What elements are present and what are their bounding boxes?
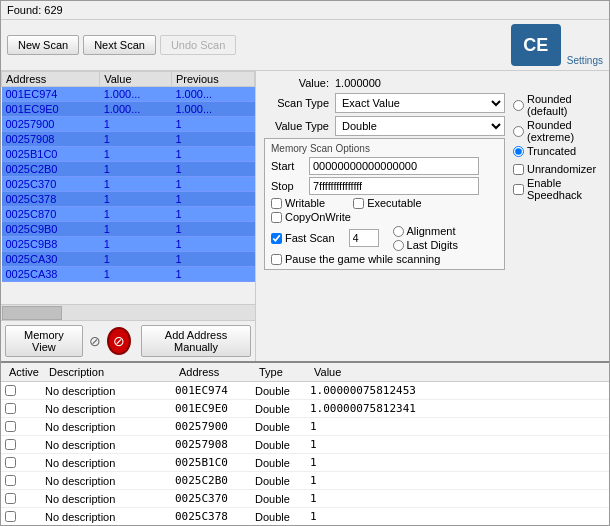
copyonwrite-label: CopyOnWrite bbox=[285, 211, 351, 223]
row-active-checkbox[interactable] bbox=[5, 511, 16, 522]
rounded-extreme-radio[interactable] bbox=[513, 126, 524, 137]
previous-cell: 1 bbox=[171, 177, 254, 192]
writable-checkbox[interactable] bbox=[271, 198, 282, 209]
description-cell: No description bbox=[45, 511, 175, 523]
value-type-select[interactable]: Double bbox=[335, 116, 505, 136]
rounded-default-label: Rounded (default) bbox=[527, 93, 601, 117]
row-active-checkbox[interactable] bbox=[5, 421, 16, 432]
table-row[interactable]: 0025C2B0 1 1 bbox=[2, 162, 255, 177]
stop-input[interactable] bbox=[309, 177, 479, 195]
undo-scan-button[interactable]: Undo Scan bbox=[160, 35, 236, 55]
list-item[interactable]: No description 0025C2B0 Double 1 bbox=[1, 472, 609, 490]
list-item[interactable]: No description 001EC9E0 Double 1.0000007… bbox=[1, 400, 609, 418]
list-item[interactable]: No description 001EC974 Double 1.0000007… bbox=[1, 382, 609, 400]
table-row[interactable]: 0025C9B8 1 1 bbox=[2, 237, 255, 252]
horizontal-scrollbar[interactable] bbox=[1, 304, 255, 320]
previous-cell: 1 bbox=[171, 147, 254, 162]
fast-scan-checkbox[interactable] bbox=[271, 233, 282, 244]
scan-type-select[interactable]: Exact Value bbox=[335, 93, 505, 113]
list-item[interactable]: No description 0025C378 Double 1 bbox=[1, 508, 609, 526]
type-cell: Double bbox=[255, 385, 310, 397]
table-row[interactable]: 0025C870 1 1 bbox=[2, 207, 255, 222]
table-row[interactable]: 00257908 1 1 bbox=[2, 132, 255, 147]
address-cell: 0025B1C0 bbox=[2, 147, 100, 162]
fast-scan-input[interactable] bbox=[349, 229, 379, 247]
start-input[interactable] bbox=[309, 157, 479, 175]
col-previous-header: Previous bbox=[171, 72, 254, 87]
table-row[interactable]: 0025CA38 1 1 bbox=[2, 267, 255, 282]
bottom-address-list[interactable]: No description 001EC974 Double 1.0000007… bbox=[1, 382, 609, 526]
active-cell bbox=[5, 511, 45, 522]
col-address-header: Address bbox=[175, 365, 255, 379]
alignment-digits-group: Alignment Last Digits bbox=[393, 225, 458, 251]
last-digits-radio[interactable] bbox=[393, 240, 404, 251]
type-cell: Double bbox=[255, 493, 310, 505]
speedhack-checkbox[interactable] bbox=[513, 184, 524, 195]
address-cell: 0025C378 bbox=[175, 510, 255, 523]
value-cell: 1 bbox=[100, 252, 172, 267]
executable-checkbox[interactable] bbox=[353, 198, 364, 209]
row-active-checkbox[interactable] bbox=[5, 385, 16, 396]
table-row[interactable]: 0025C9B0 1 1 bbox=[2, 222, 255, 237]
memory-view-button[interactable]: Memory View bbox=[5, 325, 83, 357]
pause-row: Pause the game while scanning bbox=[271, 253, 498, 265]
address-cell: 0025C370 bbox=[175, 492, 255, 505]
row-active-checkbox[interactable] bbox=[5, 457, 16, 468]
stop-button[interactable]: ⊘ bbox=[107, 327, 131, 355]
col-description-header: Description bbox=[45, 365, 175, 379]
col-value-header: Value bbox=[100, 72, 172, 87]
address-cell: 0025B1C0 bbox=[175, 456, 255, 469]
alignment-radio[interactable] bbox=[393, 226, 404, 237]
rounded-default-radio-item: Rounded (default) bbox=[513, 93, 601, 117]
table-row[interactable]: 001EC9E0 1.000... 1.000... bbox=[2, 102, 255, 117]
list-item[interactable]: No description 00257900 Double 1 bbox=[1, 418, 609, 436]
add-address-manually-button[interactable]: Add Address Manually bbox=[141, 325, 251, 357]
rounded-default-radio[interactable] bbox=[513, 100, 524, 111]
writable-executable-row: Writable Executable bbox=[271, 197, 498, 209]
table-row[interactable]: 001EC974 1.000... 1.000... bbox=[2, 87, 255, 102]
new-scan-button[interactable]: New Scan bbox=[7, 35, 79, 55]
type-cell: Double bbox=[255, 403, 310, 415]
address-cell: 0025CA30 bbox=[2, 252, 100, 267]
list-item[interactable]: No description 0025C370 Double 1 bbox=[1, 490, 609, 508]
scan-options-left: Scan Type Exact Value Value Type Double … bbox=[264, 93, 505, 270]
value-display: 1.000000 bbox=[335, 77, 381, 89]
left-panel: Address Value Previous 001EC974 1.000...… bbox=[1, 71, 256, 361]
unrandomizer-checkbox[interactable] bbox=[513, 164, 524, 175]
previous-cell: 1 bbox=[171, 252, 254, 267]
value-row: Value: 1.000000 bbox=[264, 77, 601, 89]
table-row[interactable]: 00257900 1 1 bbox=[2, 117, 255, 132]
type-cell: Double bbox=[255, 475, 310, 487]
table-row[interactable]: 0025C370 1 1 bbox=[2, 177, 255, 192]
next-scan-button[interactable]: Next Scan bbox=[83, 35, 156, 55]
start-field: Start bbox=[271, 157, 498, 175]
address-table[interactable]: Address Value Previous 001EC974 1.000...… bbox=[1, 71, 255, 304]
previous-cell: 1 bbox=[171, 132, 254, 147]
row-active-checkbox[interactable] bbox=[5, 493, 16, 504]
truncated-radio[interactable] bbox=[513, 146, 524, 157]
description-cell: No description bbox=[45, 493, 175, 505]
table-row[interactable]: 0025B1C0 1 1 bbox=[2, 147, 255, 162]
bottom-section: Active Description Address Type Value No… bbox=[1, 361, 609, 526]
table-row[interactable]: 0025CA30 1 1 bbox=[2, 252, 255, 267]
title-bar: Found: 629 bbox=[1, 1, 609, 20]
address-cell: 001EC9E0 bbox=[175, 402, 255, 415]
type-cell: Double bbox=[255, 421, 310, 433]
row-active-checkbox[interactable] bbox=[5, 475, 16, 486]
copyonwrite-checkbox[interactable] bbox=[271, 212, 282, 223]
row-active-checkbox[interactable] bbox=[5, 439, 16, 450]
list-item[interactable]: No description 0025B1C0 Double 1 bbox=[1, 454, 609, 472]
value-cell: 1 bbox=[100, 237, 172, 252]
table-row[interactable]: 0025C378 1 1 bbox=[2, 192, 255, 207]
list-item[interactable]: No description 00257908 Double 1 bbox=[1, 436, 609, 454]
type-cell: Double bbox=[255, 511, 310, 523]
fast-scan-row: Fast Scan Alignment Last Digits bbox=[271, 225, 498, 251]
settings-label[interactable]: Settings bbox=[567, 55, 603, 66]
row-active-checkbox[interactable] bbox=[5, 403, 16, 414]
address-cell: 0025C9B0 bbox=[2, 222, 100, 237]
scrollbar-thumb[interactable] bbox=[2, 306, 62, 320]
previous-cell: 1.000... bbox=[171, 102, 254, 117]
scan-mode-radio-group: Rounded (default) Rounded (extreme) Trun… bbox=[513, 93, 601, 201]
pause-checkbox[interactable] bbox=[271, 254, 282, 265]
address-cell: 001EC974 bbox=[2, 87, 100, 102]
